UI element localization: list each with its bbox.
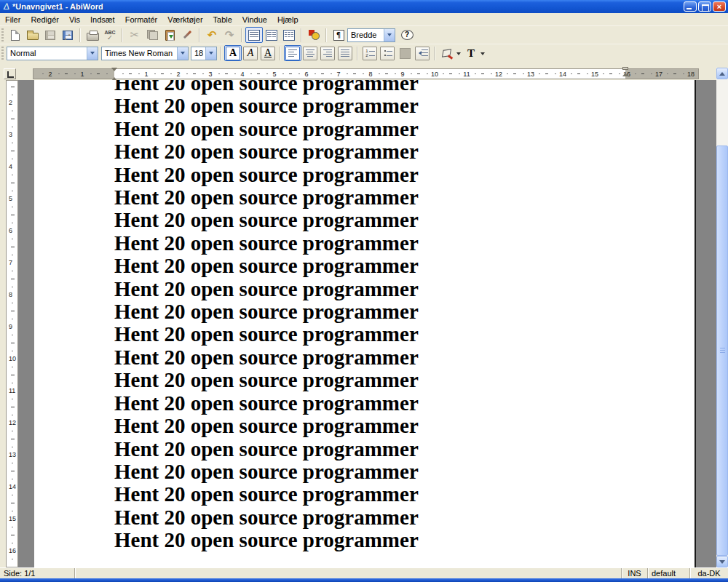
menu-item-vis[interactable]: Vis [64,14,85,25]
document-line[interactable]: Hent 20 open source programmer [114,140,419,163]
scroll-down-button[interactable] [716,556,728,567]
chevron-down-icon[interactable] [384,29,395,41]
document-line[interactable]: Hent 20 open source programmer [114,278,419,300]
right-indent-marker[interactable] [622,67,628,76]
document-line[interactable]: Hent 20 open source programmer [114,438,419,461]
document-line[interactable]: Hent 20 open source programmer [114,323,419,346]
status-insert-mode[interactable]: INS [622,568,648,578]
italic-button[interactable]: A [242,45,259,61]
close-button[interactable]: × [713,1,726,12]
document-line[interactable]: Hent 20 open source programmer [114,164,419,186]
ruler-mark [11,151,15,151]
menu-item-indsaet[interactable]: Indsæt [85,14,120,25]
document-line[interactable]: Hent 20 open source programmer [114,80,419,95]
ruler-mark: 3 [9,132,12,138]
undo-button[interactable]: ↶ [203,27,221,43]
ruler-mark [545,73,548,74]
bold-button[interactable]: A [224,45,242,61]
numbered-list-button[interactable]: 1 2 [361,45,379,61]
new-document-button[interactable] [7,27,24,43]
show-formatting-button[interactable]: ¶ [330,27,347,43]
scrollbar-thumb[interactable] [716,146,728,556]
document-line[interactable]: Hent 20 open source programmer [114,415,419,437]
tab-stop-selector[interactable] [4,68,16,79]
first-line-indent-marker[interactable] [111,68,117,74]
spellcheck-button[interactable]: ABC✓ [101,27,119,43]
view-one-column-button[interactable] [245,27,263,43]
ruler-mark [12,431,13,431]
status-style-name[interactable]: default [648,568,690,578]
zoom-select[interactable]: Bredde [347,28,395,42]
paste-button[interactable] [161,27,178,43]
align-left-button[interactable] [284,45,301,61]
print-button[interactable] [84,27,101,43]
menu-item-table[interactable]: Table [208,14,237,25]
menu-item-vindue[interactable]: Vindue [237,14,272,25]
save-as-button[interactable] [59,27,76,43]
toolbar-separator [301,28,302,42]
decrease-indent-icon [400,48,411,59]
menu-item-vaerktojer[interactable]: Værktøjer [162,14,207,25]
menu-item-formater[interactable]: Formatér [120,14,163,25]
ruler-mark [12,495,13,495]
page[interactable]: Hent 20 open source programmerHent 20 op… [34,80,696,567]
align-justify-button[interactable] [336,45,354,61]
cut-button[interactable]: ✂ [126,27,143,43]
document-line[interactable]: Hent 20 open source programmer [114,209,419,231]
highlight-color-button[interactable] [438,45,456,61]
open-button[interactable] [24,27,41,43]
highlight-color-dropdown-arrow[interactable] [456,52,461,57]
document-line[interactable]: Hent 20 open source programmer [114,392,419,415]
font-color-dropdown-arrow[interactable] [480,52,485,57]
document-line[interactable]: Hent 20 open source programmer [114,529,419,551]
document-line[interactable]: Hent 20 open source programmer [114,232,419,255]
menu-item-rediger[interactable]: Redigér [25,14,64,25]
toolbar-grip[interactable] [0,47,5,60]
copy-button[interactable] [143,27,161,43]
font-select[interactable]: Times New Roman [101,47,189,60]
horizontal-ruler[interactable]: 21123456789101112131415161718 [33,68,699,79]
redo-button[interactable]: ↷ [221,27,238,43]
menu-item-hjaelp[interactable]: Hjælp [272,14,304,25]
minimize-button[interactable] [684,1,697,12]
document-line[interactable]: Hent 20 open source programmer [114,95,419,117]
ruler-mark [603,73,604,74]
chevron-down-icon[interactable] [87,47,98,60]
font-color-button[interactable]: T [462,45,480,61]
document-line[interactable]: Hent 20 open source programmer [114,255,419,277]
underline-button[interactable]: A [259,45,277,61]
document-line[interactable]: Hent 20 open source programmer [114,483,419,506]
document-line[interactable]: Hent 20 open source programmer [114,118,419,140]
document-line[interactable]: Hent 20 open source programmer [114,506,419,529]
restore-button[interactable] [698,1,711,12]
vertical-scrollbar[interactable] [716,68,728,567]
align-right-button[interactable] [319,45,336,61]
style-select[interactable]: Normal [7,47,98,60]
align-center-button[interactable] [301,45,319,61]
window-title-bar[interactable]: ∆ *Unavngivet1 - AbiWord × [0,0,728,13]
insert-image-button[interactable] [305,27,323,43]
document-line[interactable]: Hent 20 open source programmer [114,346,419,369]
decrease-indent-button[interactable] [396,45,414,61]
save-button[interactable] [41,27,59,43]
view-two-columns-button[interactable] [263,27,280,43]
document-line[interactable]: Hent 20 open source programmer [114,300,419,323]
bullet-list-button[interactable] [379,45,396,61]
font-size-select[interactable]: 18 [191,47,217,60]
toolbar-grip[interactable] [0,28,5,42]
chevron-down-icon[interactable] [205,47,216,60]
document-line[interactable]: Hent 20 open source programmer [114,186,419,209]
status-language[interactable]: da-DK [690,568,728,578]
scroll-up-button[interactable] [716,68,728,79]
increase-indent-button[interactable] [414,45,431,61]
document-line[interactable]: Hent 20 open source programmer [114,369,419,391]
help-button[interactable]: ? [398,27,416,43]
view-three-columns-button[interactable] [280,27,298,43]
status-message-area [75,568,622,578]
chevron-down-icon[interactable] [177,47,188,60]
vertical-ruler[interactable]: 2345678910111213141516 [6,80,18,567]
document-line[interactable]: Hent 20 open source programmer [114,461,419,483]
menu-item-filer[interactable]: Filer [0,14,25,25]
format-painter-button[interactable] [178,27,196,43]
document-text[interactable]: Hent 20 open source programmerHent 20 op… [114,80,419,552]
